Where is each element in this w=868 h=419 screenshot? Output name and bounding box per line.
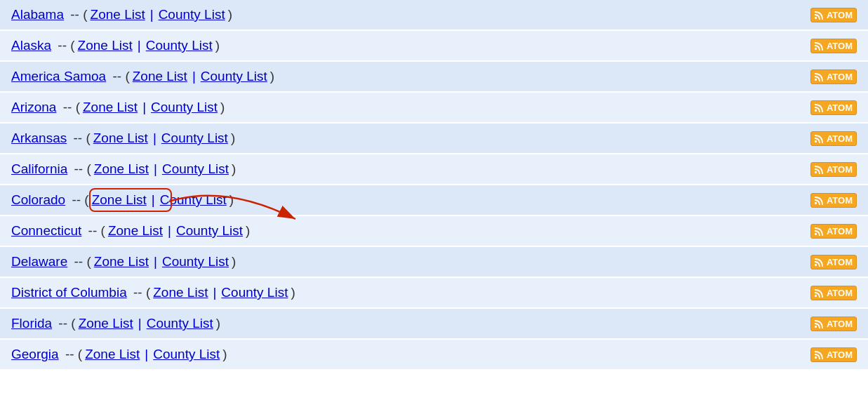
separator-alabama: -- ( (67, 7, 88, 22)
row-content-alaska: Alaska -- ( Zone List | County List ) (11, 38, 220, 53)
state-name-arkansas[interactable]: Arkansas (11, 131, 67, 146)
row-content-georgia: Georgia -- ( Zone List | County List ) (11, 347, 227, 362)
atom-badge-america-samoa[interactable]: ATOM (810, 69, 857, 84)
atom-badge-colorado[interactable]: ATOM (810, 193, 857, 208)
separator-arizona: -- ( (59, 100, 80, 115)
county-list-link-connecticut[interactable]: County List (176, 223, 243, 239)
pipe-america-samoa: | (192, 69, 196, 84)
list-row-georgia: Georgia -- ( Zone List | County List ) A… (0, 340, 868, 371)
zone-list-link-arkansas[interactable]: Zone List (93, 131, 148, 146)
state-name-arizona[interactable]: Arizona (11, 100, 56, 115)
state-name-alabama[interactable]: Alabama (11, 7, 64, 22)
county-list-link-arkansas[interactable]: County List (161, 131, 228, 146)
atom-badge-alabama[interactable]: ATOM (810, 8, 857, 22)
atom-badge-georgia[interactable]: ATOM (810, 347, 857, 362)
zone-list-link-connecticut[interactable]: Zone List (108, 223, 163, 239)
zone-list-link-alaska[interactable]: Zone List (78, 38, 133, 53)
zone-list-link-alabama[interactable]: Zone List (91, 7, 145, 22)
list-row-delaware: Delaware -- ( Zone List | County List ) … (0, 247, 868, 278)
atom-badge-california[interactable]: ATOM (810, 162, 857, 177)
close-paren-arkansas: ) (231, 131, 235, 146)
state-name-georgia[interactable]: Georgia (11, 347, 59, 362)
separator-america-samoa: -- ( (109, 69, 130, 84)
svg-rect-8 (815, 233, 817, 235)
atom-badge-florida[interactable]: ATOM (810, 317, 857, 331)
state-name-california[interactable]: California (11, 161, 67, 177)
county-list-link-america-samoa[interactable]: County List (201, 69, 267, 84)
county-list-link-alabama[interactable]: County List (159, 7, 225, 22)
rss-icon-california (815, 164, 824, 174)
state-name-alaska[interactable]: Alaska (11, 38, 51, 53)
county-list-link-florida[interactable]: County List (147, 316, 213, 331)
state-name-florida[interactable]: Florida (11, 316, 52, 331)
list-row-america-samoa: America Samoa -- ( Zone List | County Li… (0, 62, 868, 93)
svg-rect-10 (815, 295, 817, 297)
atom-label-district-of-columbia: ATOM (827, 288, 853, 298)
separator-connecticut: -- ( (84, 223, 105, 239)
close-paren-florida: ) (216, 316, 220, 331)
row-content-connecticut: Connecticut -- ( Zone List | County List… (11, 223, 250, 239)
separator-delaware: -- ( (70, 254, 91, 270)
pipe-connecticut: | (168, 223, 171, 239)
county-list-link-georgia[interactable]: County List (153, 347, 220, 362)
atom-label-alaska: ATOM (827, 41, 853, 51)
list-row-california: California -- ( Zone List | County List … (0, 154, 868, 185)
separator-california: -- ( (70, 161, 91, 177)
state-name-america-samoa[interactable]: America Samoa (11, 69, 106, 84)
row-content-florida: Florida -- ( Zone List | County List ) (11, 316, 220, 331)
list-row-florida: Florida -- ( Zone List | County List ) A… (0, 309, 868, 340)
svg-rect-0 (815, 17, 817, 19)
zone-list-link-florida[interactable]: Zone List (79, 316, 133, 331)
svg-rect-9 (815, 264, 817, 266)
separator-district-of-columbia: -- ( (130, 285, 151, 300)
county-list-link-california[interactable]: County List (162, 161, 229, 177)
separator-georgia: -- ( (62, 347, 83, 362)
atom-badge-district-of-columbia[interactable]: ATOM (810, 286, 857, 300)
close-paren-delaware: ) (232, 254, 236, 270)
row-content-district-of-columbia: District of Columbia -- ( Zone List | Co… (11, 285, 295, 300)
zone-list-link-delaware[interactable]: Zone List (94, 254, 149, 270)
state-name-district-of-columbia[interactable]: District of Columbia (11, 285, 127, 300)
county-list-link-alaska[interactable]: County List (146, 38, 213, 53)
state-name-delaware[interactable]: Delaware (11, 254, 67, 270)
county-list-link-district-of-columbia[interactable]: County List (221, 285, 288, 300)
close-paren-california: ) (232, 161, 236, 177)
county-list-link-arizona[interactable]: County List (151, 100, 218, 115)
atom-badge-arizona[interactable]: ATOM (810, 100, 857, 115)
state-name-colorado[interactable]: Colorado (11, 192, 65, 208)
atom-badge-alaska[interactable]: ATOM (810, 39, 857, 53)
close-paren-alabama: ) (228, 7, 232, 22)
rss-icon-georgia (815, 350, 824, 359)
atom-badge-delaware[interactable]: ATOM (810, 255, 857, 270)
atom-label-georgia: ATOM (827, 350, 853, 360)
atom-label-california: ATOM (827, 164, 853, 175)
zone-list-link-district-of-columbia[interactable]: Zone List (153, 285, 208, 300)
county-list-link-colorado[interactable]: County List (160, 192, 227, 208)
pipe-florida: | (138, 316, 142, 331)
pipe-georgia: | (145, 347, 148, 362)
county-list-link-delaware[interactable]: County List (162, 254, 229, 270)
list-row-colorado: Colorado -- ( Zone List | (0, 185, 868, 216)
atom-label-america-samoa: ATOM (827, 72, 853, 82)
annotation-container: Zone List (92, 192, 147, 208)
zone-list-link-georgia[interactable]: Zone List (85, 347, 140, 362)
zone-list-link-arizona[interactable]: Zone List (83, 100, 138, 115)
rss-icon-america-samoa (815, 72, 824, 81)
zone-list-link-california[interactable]: Zone List (94, 161, 149, 177)
svg-rect-7 (815, 202, 817, 204)
row-content-alabama: Alabama -- ( Zone List | County List ) (11, 7, 232, 22)
atom-label-arkansas: ATOM (827, 133, 853, 144)
atom-badge-connecticut[interactable]: ATOM (810, 224, 857, 239)
list-row-arizona: Arizona -- ( Zone List | County List ) A… (0, 93, 868, 124)
row-content-colorado: Colorado -- ( Zone List | (11, 192, 234, 208)
state-name-connecticut[interactable]: Connecticut (11, 223, 81, 239)
rss-icon-florida (815, 319, 824, 328)
pipe-arkansas: | (153, 131, 156, 146)
rss-icon-district-of-columbia (815, 288, 824, 298)
zone-list-link-america-samoa[interactable]: Zone List (133, 69, 187, 84)
close-paren-alaska: ) (215, 38, 220, 53)
rss-icon-arkansas (815, 133, 824, 143)
zone-list-link-colorado[interactable]: Zone List (92, 192, 147, 207)
atom-badge-arkansas[interactable]: ATOM (810, 131, 857, 146)
close-paren-arizona: ) (220, 100, 225, 115)
